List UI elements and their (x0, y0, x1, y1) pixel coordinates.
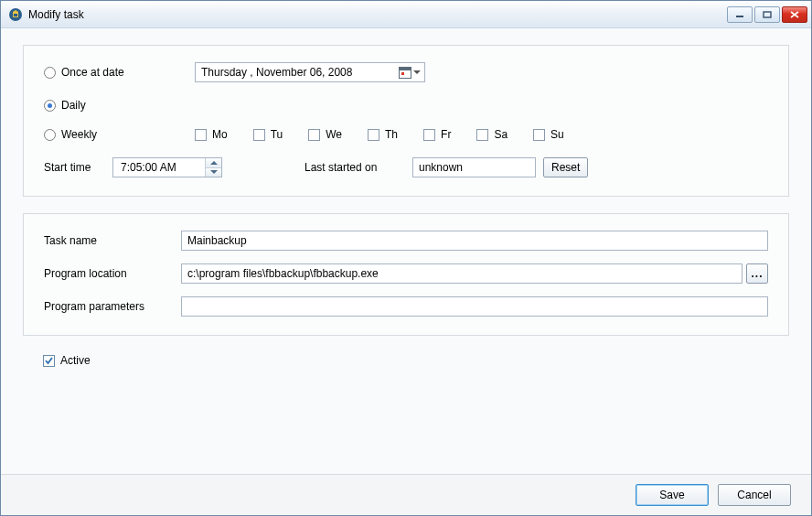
footer: Save Cancel (1, 474, 811, 515)
daily-radio[interactable] (44, 100, 56, 112)
program-location-input[interactable]: c:\program files\fbbackup\fbbackup.exe (181, 263, 743, 284)
th-checkbox[interactable] (368, 129, 379, 141)
schedule-group: Once at date Thursday , November 06, 200… (23, 45, 789, 197)
time-spin-up[interactable] (206, 158, 221, 168)
close-button[interactable] (782, 6, 807, 23)
client-area: Once at date Thursday , November 06, 200… (1, 28, 811, 474)
calendar-icon[interactable] (399, 67, 411, 79)
window-controls (727, 6, 807, 23)
tu-checkbox[interactable] (253, 129, 265, 141)
start-time-input[interactable]: 7:05:00 AM (112, 157, 222, 177)
th-label: Th (385, 128, 398, 141)
task-group: Task name Mainbackup Program location c:… (23, 213, 789, 336)
fr-label: Fr (441, 128, 451, 141)
minimize-button[interactable] (727, 6, 753, 23)
weekly-label: Weekly (61, 128, 97, 141)
su-label: Su (550, 128, 564, 141)
program-parameters-label: Program parameters (44, 300, 181, 313)
svg-rect-2 (736, 16, 743, 17)
tu-label: Tu (271, 128, 283, 141)
once-at-date-radio[interactable] (44, 67, 56, 79)
once-at-date-label: Once at date (61, 66, 124, 79)
date-value: Thursday , November 06, 2008 (201, 66, 352, 79)
last-started-label: Last started on (304, 161, 396, 174)
task-name-input[interactable]: Mainbackup (181, 231, 768, 251)
save-button[interactable]: Save (636, 484, 709, 506)
reset-button[interactable]: Reset (543, 157, 588, 177)
mo-checkbox[interactable] (195, 129, 207, 141)
app-icon (8, 7, 23, 22)
cancel-button[interactable]: Cancel (718, 484, 791, 506)
maximize-button[interactable] (754, 6, 780, 23)
svg-rect-3 (764, 12, 771, 17)
browse-button[interactable]: ... (746, 263, 768, 284)
titlebar: Modify task (1, 1, 811, 28)
chevron-down-icon (413, 70, 421, 74)
we-label: We (326, 128, 342, 141)
window-title: Modify task (28, 8, 727, 21)
su-checkbox[interactable] (533, 129, 545, 141)
svg-rect-1 (14, 14, 17, 16)
sa-checkbox[interactable] (476, 129, 488, 141)
start-time-label: Start time (44, 161, 112, 174)
last-started-value-box: unknown (412, 157, 536, 177)
weekday-checkboxes: Mo Tu We Th Fr Sa Su (195, 128, 564, 141)
active-checkbox[interactable] (43, 355, 55, 367)
sa-label: Sa (494, 128, 508, 141)
modify-task-window: Modify task Once at date Thursday , N (0, 0, 812, 516)
program-location-label: Program location (44, 267, 181, 280)
task-name-label: Task name (44, 234, 181, 247)
last-started-value: unknown (419, 161, 463, 174)
program-parameters-input[interactable] (181, 296, 768, 317)
date-dropdown-button[interactable] (399, 67, 421, 79)
fr-checkbox[interactable] (423, 129, 435, 141)
we-checkbox[interactable] (308, 129, 320, 141)
mo-label: Mo (212, 128, 228, 141)
active-label: Active (60, 354, 91, 367)
weekly-radio[interactable] (44, 129, 56, 141)
daily-label: Daily (61, 99, 86, 112)
start-time-value: 7:05:00 AM (121, 161, 176, 174)
date-picker[interactable]: Thursday , November 06, 2008 (195, 62, 425, 82)
time-spin-down[interactable] (206, 168, 221, 177)
